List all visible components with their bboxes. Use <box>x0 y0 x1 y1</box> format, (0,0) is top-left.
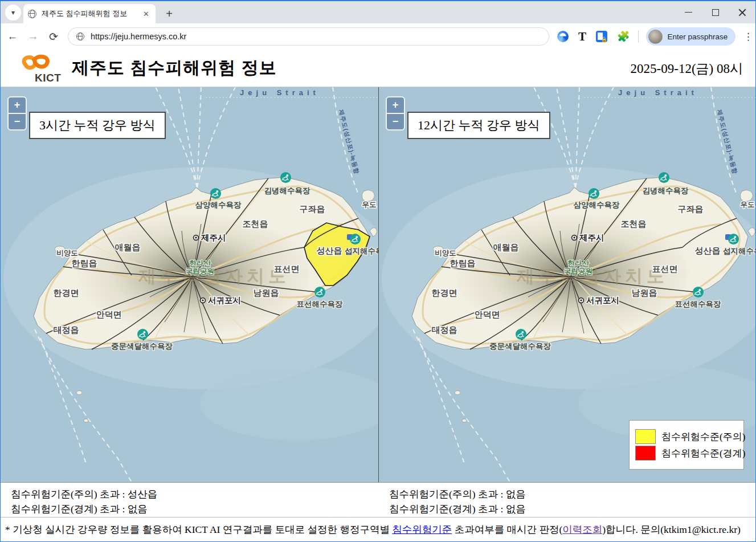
status-3h-caution: 침수위험기준(주의) 초과 : 성산읍 <box>11 487 157 502</box>
beach-label-seopji: 섭지해수욕장 <box>345 247 378 255</box>
page-header: KICT 제주도 침수피해위험 정보 2025-09-12(금) 08시 <box>1 50 755 87</box>
district-label-namwon: 남원읍 <box>632 288 657 298</box>
url-text[interactable]: https://jeju.hermesys.co.kr <box>91 32 186 41</box>
district-label-biyangdo: 비양도 <box>435 249 456 257</box>
tab-close-icon[interactable]: ✕ <box>141 9 151 19</box>
legend-row-warning: 침수위험수준(경계) <box>635 446 738 461</box>
district-label-namwon: 남원읍 <box>254 288 279 298</box>
profile-chip[interactable]: Enter passphrase <box>646 27 735 46</box>
beach-label-samyang: 삼양해수욕장 <box>574 201 620 209</box>
new-tab-button[interactable]: + <box>161 6 177 22</box>
jeju-city-marker <box>572 235 577 241</box>
close-button[interactable] <box>729 1 755 23</box>
page-datetime: 2025-09-12(금) 08시 <box>631 60 743 78</box>
maps-container: Jeju Strait 제주도(성산포)-녹동항 제주특별자치도 한라산 국립공… <box>1 87 755 482</box>
seogwipo-city-marker <box>579 298 584 303</box>
extensions-row: T 🧩 <box>557 30 630 44</box>
risk-legend: 침수위험수준(주의) 침수위험수준(경계) <box>629 420 744 470</box>
extension-t-icon[interactable]: T <box>578 30 586 44</box>
status-12h-caution: 침수위험기준(주의) 초과 : 없음 <box>389 487 526 502</box>
district-label-seongsan: 성산읍 <box>317 246 342 255</box>
beach-label-seopji: 섭지해수욕장 <box>723 247 756 255</box>
window-controls <box>675 1 755 23</box>
beach-label-gimnyeong: 김녕해수욕장 <box>264 186 311 195</box>
district-label-udo: 우도 <box>741 201 755 209</box>
globe-icon <box>28 10 36 18</box>
status-12h-warning: 침수위험기준(경계) 초과 : 없음 <box>389 502 526 516</box>
district-label-aewol: 애월읍 <box>115 242 141 252</box>
hallasan-label: 한라산 <box>189 259 211 267</box>
beach-label-pyoseon: 표선해수욕장 <box>675 300 722 308</box>
footnote-text-after: )합니다. 문의(ktkim1@kict.re.kr) <box>602 524 741 535</box>
district-label-hangyeong: 한경면 <box>54 288 79 298</box>
warning-label: 침수위험수준(경계) <box>661 447 745 460</box>
extension-swirl-icon[interactable] <box>557 31 569 42</box>
footnote-text-before: * 기상청 실시간 강우량 정보를 활용하여 KICT AI 연구결과를 토대로… <box>5 524 392 535</box>
panel-divider <box>378 87 379 482</box>
district-label-jocheon: 조천읍 <box>621 219 647 229</box>
url-bar[interactable]: https://jeju.hermesys.co.kr <box>68 27 549 46</box>
forward-button[interactable]: → <box>24 28 42 45</box>
beach-label-pyoseon: 표선해수욕장 <box>297 300 344 308</box>
beach-label-gimnyeong: 김녕해수욕장 <box>643 186 689 195</box>
district-label-pyoseon: 표선면 <box>274 264 300 274</box>
kict-logo: KICT <box>15 53 67 85</box>
sea-label: Jeju Strait <box>240 88 320 97</box>
browser-window: ▾ 제주도 침수피해위험 정보 ✕ + ← → ⟳ https://jeju.h… <box>0 0 756 542</box>
kict-logo-text: KICT <box>35 72 61 84</box>
jeju-map-3h[interactable]: Jeju Strait 제주도(성산포)-녹동항 제주특별자치도 한라산 국립공… <box>1 87 378 482</box>
seogwipo-city-marker <box>201 298 206 303</box>
minimize-icon <box>685 12 692 13</box>
beach-label-samyang: 삼양해수욕장 <box>195 201 242 209</box>
site-info-icon[interactable] <box>76 32 84 40</box>
district-label-hallim: 한림읍 <box>72 258 97 268</box>
status-3h-warning: 침수위험기준(경계) 초과 : 없음 <box>11 502 157 516</box>
close-icon <box>738 9 746 17</box>
zoom-controls: + − <box>7 96 27 131</box>
tab-search-button[interactable]: ▾ <box>5 5 21 21</box>
zoom-controls: + − <box>386 96 405 131</box>
district-label-andeok: 안덕면 <box>475 309 500 319</box>
history-link[interactable]: 이력조회 <box>562 524 602 535</box>
maximize-icon <box>712 9 719 16</box>
hallasan-label: 한라산 <box>567 259 589 267</box>
minimize-button[interactable] <box>675 1 702 23</box>
browser-menu-button[interactable]: ⋮ <box>742 31 754 43</box>
zoom-out-button[interactable]: − <box>9 114 26 129</box>
footnote: * 기상청 실시간 강우량 정보를 활용하여 KICT AI 연구결과를 토대로… <box>1 517 755 542</box>
sea-label: Jeju Strait <box>618 88 698 97</box>
caution-label: 침수위험수준(주의) <box>661 430 745 443</box>
city-label-jeju: 제주시 <box>201 233 226 242</box>
page-title: 제주도 침수피해위험 정보 <box>72 56 277 80</box>
city-label-seogwipo: 서귀포시 <box>586 296 619 305</box>
maximize-button[interactable] <box>702 1 729 23</box>
map-panel-12h: Jeju Strait 제주도(성산포)-녹동항 제주특별자치도 한라산 국립공… <box>379 87 756 482</box>
zoom-in-button[interactable]: + <box>387 97 404 113</box>
extensions-puzzle-icon[interactable]: 🧩 <box>617 30 630 43</box>
national-park-label: 국립공원 <box>186 267 214 275</box>
tab-title: 제주도 침수피해위험 정보 <box>42 9 141 19</box>
district-label-hangyeong: 한경면 <box>432 288 457 298</box>
active-tab[interactable]: 제주도 침수피해위험 정보 ✕ <box>23 4 156 23</box>
reload-button[interactable]: ⟳ <box>45 28 62 45</box>
zoom-in-button[interactable]: + <box>9 97 26 113</box>
district-label-seongsan: 성산읍 <box>695 246 721 255</box>
tab-strip: ▾ 제주도 침수피해위험 정보 ✕ + <box>1 1 755 23</box>
back-button[interactable]: ← <box>4 28 21 45</box>
city-label-jeju: 제주시 <box>579 233 604 242</box>
district-label-daejeong: 대정읍 <box>432 325 457 335</box>
map-panel-3h: Jeju Strait 제주도(성산포)-녹동항 제주특별자치도 한라산 국립공… <box>1 87 378 482</box>
national-park-label: 국립공원 <box>564 267 592 275</box>
flood-criteria-link[interactable]: 침수위험기준 <box>392 524 452 535</box>
district-label-andeok: 안덕면 <box>96 309 122 319</box>
extension-privacy-icon[interactable] <box>596 31 607 42</box>
district-label-pyoseon: 표선면 <box>652 264 678 274</box>
zoom-out-button[interactable]: − <box>387 114 404 129</box>
city-label-seogwipo: 서귀포시 <box>208 296 241 305</box>
district-label-gujwa: 구좌읍 <box>678 204 704 214</box>
district-label-biyangdo: 비양도 <box>56 249 78 257</box>
panel-title-3h: 3시간 누적 강우 방식 <box>29 112 166 139</box>
profile-label: Enter passphrase <box>667 32 728 41</box>
avatar <box>648 30 663 44</box>
district-label-hallim: 한림읍 <box>450 258 476 268</box>
